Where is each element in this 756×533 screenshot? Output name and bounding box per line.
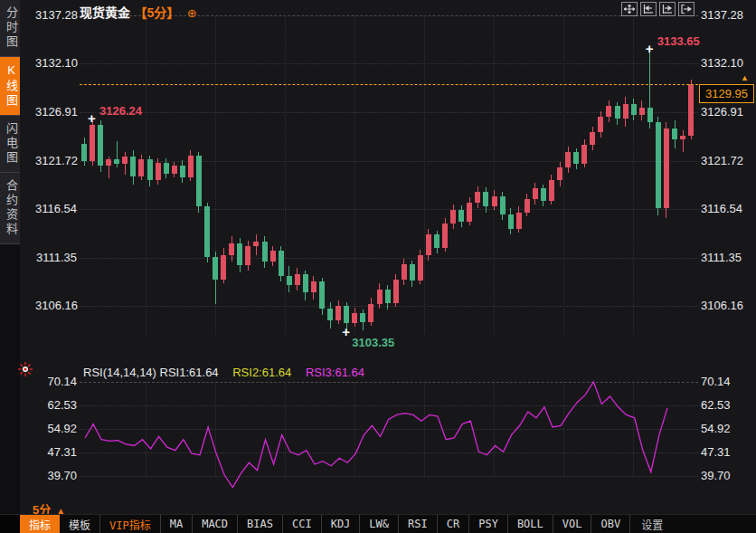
indicator-tab-模板[interactable]: 模板 xyxy=(60,515,100,533)
sidebar-tab-K线图[interactable]: K线图 xyxy=(0,57,20,116)
symbol-name: 现货黄金 xyxy=(80,5,130,20)
footer-corner xyxy=(0,515,20,533)
price-marker-label: 3126.24 xyxy=(99,104,142,118)
indicator-tab-OBV[interactable]: OBV xyxy=(591,515,630,533)
rsi3-value: RSI3:61.64 xyxy=(306,366,364,379)
sidebar-tab-合约资料[interactable]: 合约资料 xyxy=(0,173,20,244)
indicator-tab-BOLL[interactable]: BOLL xyxy=(508,515,553,533)
sidebar-tab-分时图[interactable]: 分时图 xyxy=(0,0,20,57)
indicator-tab-CR[interactable]: CR xyxy=(438,515,469,533)
price-alert-arrow-icon: ▲ xyxy=(741,74,749,82)
indicator-tab-KDJ[interactable]: KDJ xyxy=(322,515,361,533)
indicator-tab-CCI[interactable]: CCI xyxy=(283,515,322,533)
indicator-tab-指标[interactable]: 指标 xyxy=(20,515,60,533)
rsi2-value: RSI2:61.64 xyxy=(232,366,291,379)
snap-right-icon[interactable] xyxy=(659,2,676,16)
chart-title: 现货黄金 【5分】 ⊕ xyxy=(80,3,197,17)
trading-app-window: 分时图K线图闪电图合约资料 现货黄金 【5分】 ⊕ xyxy=(0,0,756,533)
price-marker-cross: + xyxy=(342,328,350,337)
price-marker-cross: + xyxy=(646,44,654,53)
rsi-line-chart xyxy=(80,369,698,505)
rsi1-value: RSI(14,14,14) RSI1:61.64 xyxy=(83,366,219,379)
price-marker-label: 3133.65 xyxy=(657,34,700,48)
chart-type-sidebar: 分时图K线图闪电图合约资料 xyxy=(0,0,20,533)
snap-left-icon[interactable] xyxy=(640,2,657,16)
indicator-tab-BIAS[interactable]: BIAS xyxy=(238,515,283,533)
add-compare-icon[interactable]: ⊕ xyxy=(187,6,197,20)
indicator-tab-MA[interactable]: MA xyxy=(161,515,193,533)
indicator-tab-PSY[interactable]: PSY xyxy=(469,515,508,533)
price-marker-cross: + xyxy=(88,114,96,123)
current-price-tag[interactable]: 3129.95 xyxy=(699,84,754,103)
sidebar-tab-闪电图[interactable]: 闪电图 xyxy=(0,116,20,173)
indicator-tab-LW&[interactable]: LW& xyxy=(360,515,399,533)
crosshair-target-icon[interactable] xyxy=(18,362,33,376)
pan-move-icon[interactable] xyxy=(621,2,638,16)
indicator-tab-bar: 指标模板VIP指标MAMACDBIASCCIKDJLW&RSICRPSYBOLL… xyxy=(0,514,756,533)
indicator-tab-VOL[interactable]: VOL xyxy=(553,515,592,533)
indicator-tab-MACD[interactable]: MACD xyxy=(193,515,238,533)
chart-toolbar xyxy=(621,2,695,16)
indicator-tab-RSI[interactable]: RSI xyxy=(399,515,438,533)
period-tag: 【5分】 xyxy=(134,5,179,20)
price-marker-label: 3103.35 xyxy=(352,336,394,349)
current-price-line xyxy=(80,84,698,85)
indicator-tab-VIP指标[interactable]: VIP指标 xyxy=(100,515,161,533)
indicator-tab-设置[interactable]: 设置 xyxy=(632,515,672,533)
rsi-indicator-readout: RSI(14,14,14) RSI1:61.64 RSI2:61.64 RSI3… xyxy=(83,366,364,379)
collapse-right-icon[interactable] xyxy=(678,2,695,16)
